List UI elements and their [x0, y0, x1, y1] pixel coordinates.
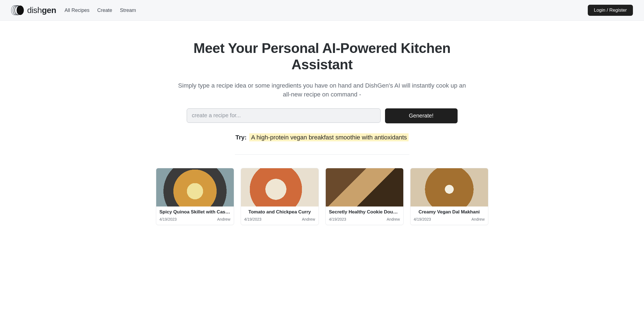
- recipe-author: Andrew: [471, 217, 484, 221]
- logo-text: dishgen: [27, 6, 56, 15]
- nav-all-recipes[interactable]: All Recipes: [65, 7, 89, 13]
- topbar: dishgen All Recipes Create Stream Login …: [0, 0, 644, 21]
- recipe-date: 4/19/2023: [414, 217, 431, 221]
- nav-stream[interactable]: Stream: [120, 7, 136, 13]
- recipe-image: [410, 168, 488, 206]
- logo-icon: [11, 5, 24, 15]
- recipe-image: [241, 168, 319, 206]
- hero-subtitle: Simply type a recipe idea or some ingred…: [175, 81, 469, 99]
- recipe-date: 4/19/2023: [244, 217, 261, 221]
- recipe-image: [156, 168, 234, 206]
- try-example[interactable]: A high-protein vegan breakfast smoothie …: [249, 133, 409, 141]
- try-label: Try:: [235, 134, 247, 141]
- recipe-image: [326, 168, 403, 206]
- recipe-card[interactable]: Creamy Vegan Dal Makhani 4/19/2023 Andre…: [410, 168, 488, 225]
- logo[interactable]: dishgen: [11, 5, 56, 15]
- try-row: Try: A high-protein vegan breakfast smoo…: [175, 134, 469, 141]
- recipe-card[interactable]: Tomato and Chickpea Curry 4/19/2023 Andr…: [241, 168, 319, 225]
- recipe-title: Secretly Healthy Cookie Dough Bars: [329, 209, 400, 215]
- nav-create[interactable]: Create: [97, 7, 112, 13]
- recipe-author: Andrew: [387, 217, 400, 221]
- recipe-card[interactable]: Spicy Quinoa Skillet with Cashew Cr… 4/1…: [156, 168, 234, 225]
- section-divider: [235, 154, 409, 155]
- hero: Meet Your Personal AI-Powered Kitchen As…: [170, 21, 474, 155]
- recipe-date: 4/19/2023: [329, 217, 346, 221]
- page-title: Meet Your Personal AI-Powered Kitchen As…: [175, 40, 469, 73]
- svg-point-3: [17, 6, 24, 15]
- recipe-cards: Spicy Quinoa Skillet with Cashew Cr… 4/1…: [145, 168, 499, 236]
- generate-button[interactable]: Generate!: [385, 108, 458, 123]
- recipe-author: Andrew: [217, 217, 230, 221]
- nav-links: All Recipes Create Stream: [65, 7, 136, 13]
- recipe-date: 4/19/2023: [160, 217, 177, 221]
- recipe-title: Creamy Vegan Dal Makhani: [414, 209, 485, 215]
- recipe-card[interactable]: Secretly Healthy Cookie Dough Bars 4/19/…: [325, 168, 404, 225]
- recipe-title: Spicy Quinoa Skillet with Cashew Cr…: [160, 209, 230, 215]
- search-row: Generate!: [175, 108, 469, 123]
- login-register-button[interactable]: Login / Register: [588, 5, 633, 16]
- recipe-author: Andrew: [302, 217, 315, 221]
- recipe-prompt-input[interactable]: [187, 108, 381, 123]
- recipe-title: Tomato and Chickpea Curry: [244, 209, 315, 215]
